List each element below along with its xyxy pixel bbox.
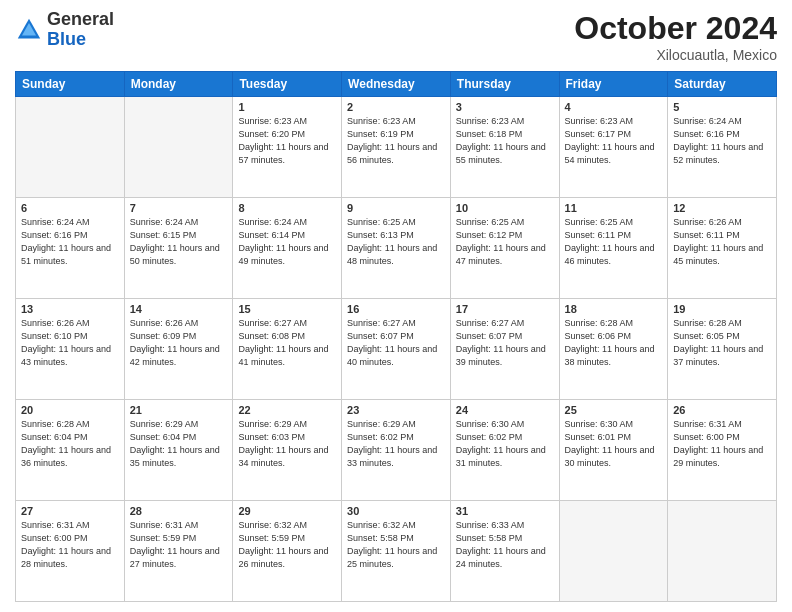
location: Xilocuautla, Mexico [574,47,777,63]
day-info: Sunrise: 6:25 AMSunset: 6:11 PMDaylight:… [565,216,663,268]
day-number: 2 [347,101,445,113]
day-number: 19 [673,303,771,315]
day-info: Sunrise: 6:23 AMSunset: 6:17 PMDaylight:… [565,115,663,167]
calendar-cell [559,501,668,602]
calendar-cell: 21Sunrise: 6:29 AMSunset: 6:04 PMDayligh… [124,400,233,501]
week-row-5: 27Sunrise: 6:31 AMSunset: 6:00 PMDayligh… [16,501,777,602]
day-number: 17 [456,303,554,315]
day-info: Sunrise: 6:32 AMSunset: 5:58 PMDaylight:… [347,519,445,571]
day-number: 7 [130,202,228,214]
day-number: 15 [238,303,336,315]
calendar-cell: 6Sunrise: 6:24 AMSunset: 6:16 PMDaylight… [16,198,125,299]
day-info: Sunrise: 6:24 AMSunset: 6:16 PMDaylight:… [21,216,119,268]
calendar-cell [16,97,125,198]
day-number: 29 [238,505,336,517]
day-number: 1 [238,101,336,113]
day-info: Sunrise: 6:24 AMSunset: 6:15 PMDaylight:… [130,216,228,268]
page: General Blue October 2024 Xilocuautla, M… [0,0,792,612]
day-info: Sunrise: 6:23 AMSunset: 6:18 PMDaylight:… [456,115,554,167]
day-info: Sunrise: 6:28 AMSunset: 6:06 PMDaylight:… [565,317,663,369]
calendar-cell: 1Sunrise: 6:23 AMSunset: 6:20 PMDaylight… [233,97,342,198]
day-info: Sunrise: 6:24 AMSunset: 6:16 PMDaylight:… [673,115,771,167]
day-number: 4 [565,101,663,113]
day-info: Sunrise: 6:24 AMSunset: 6:14 PMDaylight:… [238,216,336,268]
day-info: Sunrise: 6:27 AMSunset: 6:07 PMDaylight:… [456,317,554,369]
weekday-header-saturday: Saturday [668,72,777,97]
day-number: 13 [21,303,119,315]
calendar-cell: 29Sunrise: 6:32 AMSunset: 5:59 PMDayligh… [233,501,342,602]
calendar-cell: 17Sunrise: 6:27 AMSunset: 6:07 PMDayligh… [450,299,559,400]
day-info: Sunrise: 6:29 AMSunset: 6:03 PMDaylight:… [238,418,336,470]
day-number: 24 [456,404,554,416]
calendar-cell: 22Sunrise: 6:29 AMSunset: 6:03 PMDayligh… [233,400,342,501]
day-info: Sunrise: 6:28 AMSunset: 6:05 PMDaylight:… [673,317,771,369]
day-info: Sunrise: 6:31 AMSunset: 5:59 PMDaylight:… [130,519,228,571]
title-block: October 2024 Xilocuautla, Mexico [574,10,777,63]
calendar-cell [668,501,777,602]
day-info: Sunrise: 6:32 AMSunset: 5:59 PMDaylight:… [238,519,336,571]
calendar-cell: 13Sunrise: 6:26 AMSunset: 6:10 PMDayligh… [16,299,125,400]
day-number: 6 [21,202,119,214]
calendar-cell: 19Sunrise: 6:28 AMSunset: 6:05 PMDayligh… [668,299,777,400]
day-info: Sunrise: 6:29 AMSunset: 6:04 PMDaylight:… [130,418,228,470]
calendar-cell: 10Sunrise: 6:25 AMSunset: 6:12 PMDayligh… [450,198,559,299]
weekday-header-friday: Friday [559,72,668,97]
day-number: 3 [456,101,554,113]
calendar-cell: 18Sunrise: 6:28 AMSunset: 6:06 PMDayligh… [559,299,668,400]
day-number: 26 [673,404,771,416]
day-number: 22 [238,404,336,416]
day-number: 20 [21,404,119,416]
week-row-1: 1Sunrise: 6:23 AMSunset: 6:20 PMDaylight… [16,97,777,198]
calendar-cell: 20Sunrise: 6:28 AMSunset: 6:04 PMDayligh… [16,400,125,501]
calendar-cell: 12Sunrise: 6:26 AMSunset: 6:11 PMDayligh… [668,198,777,299]
day-info: Sunrise: 6:26 AMSunset: 6:11 PMDaylight:… [673,216,771,268]
calendar-cell: 26Sunrise: 6:31 AMSunset: 6:00 PMDayligh… [668,400,777,501]
calendar-cell: 23Sunrise: 6:29 AMSunset: 6:02 PMDayligh… [342,400,451,501]
calendar-cell: 27Sunrise: 6:31 AMSunset: 6:00 PMDayligh… [16,501,125,602]
header: General Blue October 2024 Xilocuautla, M… [15,10,777,63]
calendar-table: SundayMondayTuesdayWednesdayThursdayFrid… [15,71,777,602]
weekday-header-row: SundayMondayTuesdayWednesdayThursdayFrid… [16,72,777,97]
calendar-cell: 14Sunrise: 6:26 AMSunset: 6:09 PMDayligh… [124,299,233,400]
calendar-cell: 16Sunrise: 6:27 AMSunset: 6:07 PMDayligh… [342,299,451,400]
day-info: Sunrise: 6:29 AMSunset: 6:02 PMDaylight:… [347,418,445,470]
day-info: Sunrise: 6:30 AMSunset: 6:01 PMDaylight:… [565,418,663,470]
day-number: 31 [456,505,554,517]
day-number: 16 [347,303,445,315]
logo: General Blue [15,10,114,50]
weekday-header-monday: Monday [124,72,233,97]
calendar-cell: 8Sunrise: 6:24 AMSunset: 6:14 PMDaylight… [233,198,342,299]
day-number: 25 [565,404,663,416]
day-info: Sunrise: 6:27 AMSunset: 6:08 PMDaylight:… [238,317,336,369]
day-info: Sunrise: 6:27 AMSunset: 6:07 PMDaylight:… [347,317,445,369]
day-info: Sunrise: 6:23 AMSunset: 6:19 PMDaylight:… [347,115,445,167]
week-row-3: 13Sunrise: 6:26 AMSunset: 6:10 PMDayligh… [16,299,777,400]
calendar-cell: 5Sunrise: 6:24 AMSunset: 6:16 PMDaylight… [668,97,777,198]
logo-icon [15,16,43,44]
day-info: Sunrise: 6:31 AMSunset: 6:00 PMDaylight:… [21,519,119,571]
logo-text: General Blue [47,10,114,50]
weekday-header-thursday: Thursday [450,72,559,97]
calendar-cell: 9Sunrise: 6:25 AMSunset: 6:13 PMDaylight… [342,198,451,299]
logo-general: General [47,9,114,29]
day-number: 23 [347,404,445,416]
calendar-cell: 15Sunrise: 6:27 AMSunset: 6:08 PMDayligh… [233,299,342,400]
day-number: 8 [238,202,336,214]
day-info: Sunrise: 6:31 AMSunset: 6:00 PMDaylight:… [673,418,771,470]
calendar-cell: 7Sunrise: 6:24 AMSunset: 6:15 PMDaylight… [124,198,233,299]
calendar-cell: 25Sunrise: 6:30 AMSunset: 6:01 PMDayligh… [559,400,668,501]
day-number: 28 [130,505,228,517]
calendar-cell: 28Sunrise: 6:31 AMSunset: 5:59 PMDayligh… [124,501,233,602]
day-number: 10 [456,202,554,214]
week-row-2: 6Sunrise: 6:24 AMSunset: 6:16 PMDaylight… [16,198,777,299]
month-year: October 2024 [574,10,777,47]
calendar-header: SundayMondayTuesdayWednesdayThursdayFrid… [16,72,777,97]
logo-blue: Blue [47,29,86,49]
day-number: 9 [347,202,445,214]
day-number: 12 [673,202,771,214]
day-info: Sunrise: 6:26 AMSunset: 6:09 PMDaylight:… [130,317,228,369]
day-number: 30 [347,505,445,517]
day-number: 14 [130,303,228,315]
day-number: 5 [673,101,771,113]
day-info: Sunrise: 6:25 AMSunset: 6:13 PMDaylight:… [347,216,445,268]
